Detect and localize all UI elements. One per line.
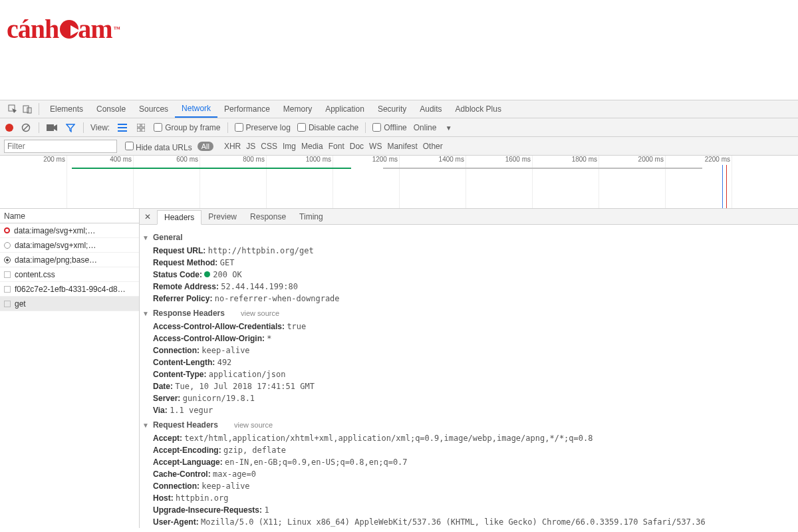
request-row[interactable]: content.css xyxy=(0,267,139,282)
hide-data-urls-checkbox[interactable]: Hide data URLs xyxy=(122,140,192,152)
detail-tab-headers[interactable]: Headers xyxy=(157,210,201,225)
request-row[interactable]: data:image/svg+xml;… xyxy=(0,238,139,253)
view-grid-icon[interactable] xyxy=(135,124,147,132)
group-by-frame-checkbox[interactable]: Group by frame xyxy=(154,123,220,132)
request-name: f062c7e2-1efb-4331-99c4-d8… xyxy=(15,285,126,294)
header-row: Status Code: 200 OK xyxy=(153,269,791,281)
clear-icon[interactable] xyxy=(20,123,32,132)
request-name: data:image/png;base… xyxy=(15,255,97,265)
timeline-tick: 600 ms xyxy=(176,156,200,163)
record-button[interactable] xyxy=(5,124,13,132)
close-details-button[interactable]: ✕ xyxy=(140,209,156,224)
header-row: Connection: keep-alive xyxy=(153,344,791,356)
filter-icon[interactable] xyxy=(65,123,76,132)
filter-type-all[interactable]: All xyxy=(198,142,213,151)
request-type-icon xyxy=(4,227,10,233)
tab-performance[interactable]: Performance xyxy=(217,100,277,118)
tab-sources[interactable]: Sources xyxy=(132,100,175,118)
section-general[interactable]: ▼General xyxy=(142,233,791,242)
request-row[interactable]: data:image/svg+xml;… xyxy=(0,223,139,238)
header-row: Request URL: http://httpbin.org/get xyxy=(153,245,791,257)
timeline-tick: 1000 ms xyxy=(306,156,332,163)
timeline-tick: 2000 ms xyxy=(638,156,665,163)
tab-elements[interactable]: Elements xyxy=(43,100,90,118)
filter-type-font[interactable]: Font xyxy=(329,142,344,151)
filter-type-css[interactable]: CSS xyxy=(261,142,277,151)
detail-tab-response[interactable]: Response xyxy=(243,209,293,224)
header-row: Server: gunicorn/19.8.1 xyxy=(153,392,791,404)
request-name: get xyxy=(15,299,26,309)
offline-checkbox[interactable]: Offline xyxy=(372,123,406,132)
request-name: data:image/svg+xml;… xyxy=(14,226,95,235)
tab-application[interactable]: Application xyxy=(319,100,371,118)
preserve-log-checkbox[interactable]: Preserve log xyxy=(235,123,291,132)
header-row: Connection: keep-alive xyxy=(153,480,791,492)
inspect-icon[interactable] xyxy=(5,100,20,118)
filter-input[interactable] xyxy=(4,140,117,153)
headers-panel: ▼GeneralRequest URL: http://httpbin.org/… xyxy=(140,225,798,528)
tab-memory[interactable]: Memory xyxy=(277,100,319,118)
request-name: content.css xyxy=(15,270,55,279)
tab-security[interactable]: Security xyxy=(371,100,413,118)
section-response[interactable]: ▼Response Headersview source xyxy=(142,309,791,318)
brand-tm: ™ xyxy=(114,25,120,33)
svg-rect-12 xyxy=(142,128,145,132)
header-row: User-Agent: Mozilla/5.0 (X11; Linux x86_… xyxy=(153,516,791,528)
camera-icon[interactable] xyxy=(46,124,58,132)
filter-type-xhr[interactable]: XHR xyxy=(224,142,241,151)
header-row: Access-Control-Allow-Origin: * xyxy=(153,332,791,344)
tab-adblock-plus[interactable]: Adblock Plus xyxy=(449,100,508,118)
network-toolbar: View: Group by frame Preserve log Disabl… xyxy=(0,118,798,137)
devtools-tabstrip: ElementsConsoleSourcesNetworkPerformance… xyxy=(0,100,798,118)
throttling-select[interactable]: Online ▼ xyxy=(414,123,452,132)
header-row: Referrer Policy: no-referrer-when-downgr… xyxy=(153,293,791,305)
filter-type-other[interactable]: Other xyxy=(423,142,443,151)
header-row: Content-Type: application/json xyxy=(153,368,791,380)
timeline-tick: 400 ms xyxy=(110,156,133,163)
request-type-icon xyxy=(4,257,11,263)
filter-type-manifest[interactable]: Manifest xyxy=(387,142,417,151)
filter-type-media[interactable]: Media xyxy=(301,142,323,151)
request-row[interactable]: get xyxy=(0,297,139,311)
detail-tab-preview[interactable]: Preview xyxy=(201,209,243,224)
tab-audits[interactable]: Audits xyxy=(413,100,448,118)
filter-type-js[interactable]: JS xyxy=(246,142,255,151)
svg-rect-10 xyxy=(142,124,145,127)
request-list-header[interactable]: Name xyxy=(0,209,139,223)
filter-type-ws[interactable]: WS xyxy=(369,142,382,151)
timeline-tick: 2200 ms xyxy=(705,156,732,163)
timeline-tick: 1800 ms xyxy=(572,156,598,163)
svg-rect-1 xyxy=(23,106,29,112)
section-request[interactable]: ▼Request Headersview source xyxy=(142,420,791,430)
view-list-icon[interactable] xyxy=(116,124,128,132)
request-name: data:image/svg+xml;… xyxy=(15,241,96,250)
tab-console[interactable]: Console xyxy=(90,100,132,118)
request-type-icon xyxy=(4,271,11,278)
network-timeline[interactable]: 200 ms400 ms600 ms800 ms1000 ms1200 ms14… xyxy=(0,156,798,209)
request-row[interactable]: data:image/png;base… xyxy=(0,253,139,267)
device-icon[interactable] xyxy=(20,100,35,118)
request-row[interactable]: f062c7e2-1efb-4331-99c4-d8… xyxy=(0,282,139,297)
filter-type-img[interactable]: Img xyxy=(283,142,296,151)
view-source-link[interactable]: view source xyxy=(234,421,273,429)
svg-rect-11 xyxy=(137,128,140,132)
timeline-tick: 1600 ms xyxy=(505,156,532,163)
brand-pac-icon xyxy=(60,20,78,39)
header-row: Upgrade-Insecure-Requests: 1 xyxy=(153,504,791,516)
disclosure-icon: ▼ xyxy=(142,422,149,429)
header-row: Cache-Control: max-age=0 xyxy=(153,468,791,480)
view-label: View: xyxy=(90,123,110,132)
detail-tab-timing[interactable]: Timing xyxy=(293,209,330,224)
header-row: Accept-Encoding: gzip, deflate xyxy=(153,444,791,456)
disclosure-icon: ▼ xyxy=(142,310,149,317)
page-header: cánh am ™ xyxy=(0,0,798,100)
brand-text-a: cánh xyxy=(7,13,59,45)
view-source-link[interactable]: view source xyxy=(241,309,279,317)
filter-type-doc[interactable]: Doc xyxy=(350,142,364,151)
tab-network[interactable]: Network xyxy=(175,100,217,118)
header-row: Remote Address: 52.44.144.199:80 xyxy=(153,281,791,293)
header-row: Accept-Language: en-IN,en-GB;q=0.9,en-US… xyxy=(153,456,791,468)
disable-cache-checkbox[interactable]: Disable cache xyxy=(297,123,358,132)
request-type-icon xyxy=(4,242,11,249)
header-row: Request Method: GET xyxy=(153,257,791,269)
